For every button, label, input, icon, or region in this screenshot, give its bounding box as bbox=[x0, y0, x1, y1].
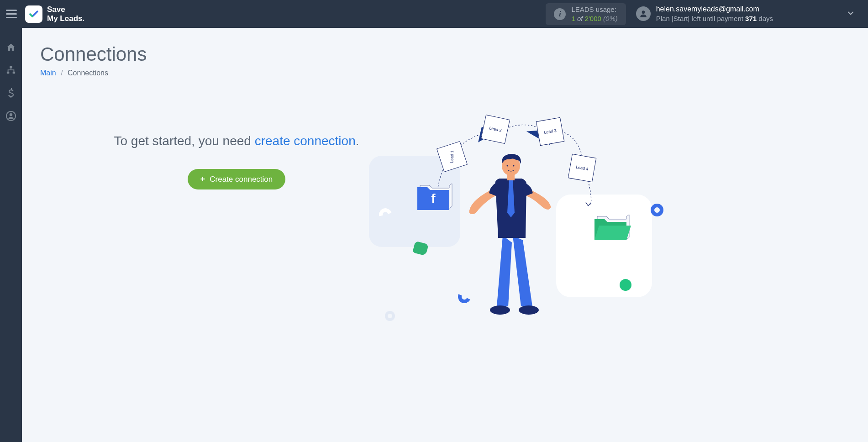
cta-block: To get started, you need create connecti… bbox=[90, 132, 383, 189]
cta-text: To get started, you need create connecti… bbox=[90, 132, 383, 150]
top-header: Save My Leads. i LEADS usage: 1 of 2'000… bbox=[0, 0, 868, 28]
account-menu[interactable]: helen.savemyleads@gmail.com Plan |Start|… bbox=[636, 5, 773, 23]
sidebar-connections-icon[interactable] bbox=[5, 64, 17, 76]
svg-text:f: f bbox=[431, 191, 436, 205]
svg-rect-1 bbox=[10, 66, 12, 68]
svg-point-11 bbox=[507, 165, 508, 167]
sidebar-home-icon[interactable] bbox=[5, 42, 17, 53]
leads-usage-box[interactable]: i LEADS usage: 1 of 2'000 (0%) bbox=[546, 3, 626, 25]
decorative-dot-green bbox=[620, 279, 631, 291]
logo[interactable]: Save My Leads. bbox=[25, 5, 84, 23]
create-connection-button-label: Create connection bbox=[210, 175, 273, 184]
breadcrumb-current: Connections bbox=[68, 69, 108, 77]
account-plan: Plan |Start| left until payment 371 days bbox=[656, 14, 773, 23]
logo-text: Save My Leads. bbox=[47, 5, 84, 23]
svg-rect-2 bbox=[7, 72, 10, 74]
lead-note-2: Lead 2 bbox=[481, 115, 510, 144]
logo-mark-icon bbox=[25, 5, 42, 23]
svg-rect-3 bbox=[13, 72, 15, 74]
plus-icon: + bbox=[200, 174, 205, 184]
breadcrumb-main-link[interactable]: Main bbox=[40, 69, 56, 77]
hamburger-menu-button[interactable] bbox=[5, 7, 18, 21]
account-dropdown-toggle[interactable] bbox=[846, 9, 855, 20]
info-icon: i bbox=[554, 8, 566, 20]
decorative-ring-blue bbox=[651, 204, 663, 216]
sidebar-profile-icon[interactable] bbox=[5, 110, 17, 122]
sidebar-billing-icon[interactable] bbox=[5, 87, 17, 99]
svg-point-8 bbox=[519, 305, 539, 315]
avatar-icon bbox=[636, 6, 651, 21]
destination-folder-icon bbox=[593, 213, 631, 245]
leads-usage-values: 1 of 2'000 (0%) bbox=[571, 14, 617, 23]
lead-note-3: Lead 3 bbox=[536, 117, 565, 146]
breadcrumb: Main / Connections bbox=[40, 69, 850, 77]
leads-usage-label: LEADS usage: bbox=[571, 5, 617, 14]
create-connection-link[interactable]: create connection bbox=[255, 134, 356, 148]
svg-point-0 bbox=[642, 11, 645, 14]
facebook-folder-icon: f bbox=[416, 181, 454, 213]
breadcrumb-separator: / bbox=[61, 69, 63, 77]
logo-line-2: My Leads. bbox=[47, 14, 84, 23]
create-connection-button[interactable]: + Create connection bbox=[188, 169, 286, 189]
empty-state-illustration: Lead 1 Lead 2 Lead 3 Lead 4 f bbox=[364, 110, 666, 329]
account-email: helen.savemyleads@gmail.com bbox=[656, 5, 773, 14]
decorative-ring-small bbox=[385, 311, 395, 321]
lead-note-4: Lead 4 bbox=[568, 154, 597, 183]
svg-point-7 bbox=[490, 305, 510, 315]
sidebar-nav bbox=[0, 28, 22, 442]
main-content: Connections Main / Connections To get st… bbox=[22, 28, 868, 442]
page-title: Connections bbox=[40, 43, 850, 65]
person-illustration bbox=[467, 151, 554, 320]
svg-point-5 bbox=[10, 113, 12, 116]
logo-line-1: Save bbox=[47, 5, 84, 14]
svg-point-12 bbox=[513, 165, 515, 167]
